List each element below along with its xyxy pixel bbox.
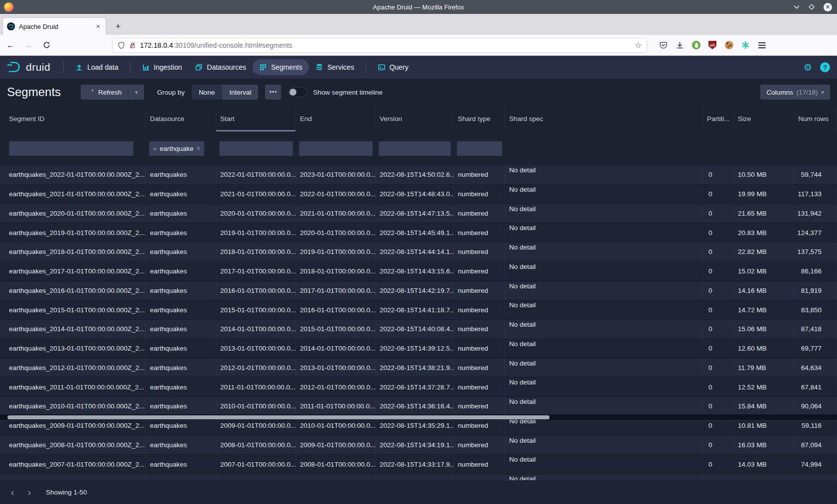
- cell-start[interactable]: 2008-01-01T00:00:00.0...: [216, 436, 296, 455]
- cell-datasource[interactable]: earthquakes: [146, 204, 216, 223]
- filter-input-datasource[interactable]: =earthquake×: [149, 141, 204, 156]
- cell-num-rows[interactable]: 117,133: [794, 185, 837, 204]
- cell-start[interactable]: 2016-01-01T00:00:00.0...: [216, 281, 296, 300]
- cell-shard-spec[interactable]: No detail: [505, 378, 703, 396]
- cell-partition[interactable]: 0: [703, 436, 734, 455]
- menu-hamburger-icon[interactable]: [757, 41, 766, 50]
- cell-shard-type[interactable]: numbered: [454, 243, 505, 261]
- prev-page-button[interactable]: ‹: [5, 485, 20, 500]
- cell-partition[interactable]: 0: [703, 378, 734, 396]
- cell-segment-id[interactable]: earthquakes_2018-01-01T00:00:00.000Z_2..…: [0, 243, 146, 261]
- group-by-none-button[interactable]: None: [192, 85, 222, 100]
- cell-start[interactable]: 2007-01-01T00:00:00.0...: [216, 455, 296, 474]
- cell-shard-spec[interactable]: No detail: [505, 339, 703, 358]
- cell-datasource[interactable]: earthquakes: [146, 281, 216, 300]
- cell-size[interactable]: 10.50 MB: [734, 165, 794, 184]
- cell-datasource[interactable]: earthquakes: [146, 300, 216, 319]
- cell-start[interactable]: 2012-01-01T00:00:00.0...: [216, 359, 296, 378]
- cell-shard-type[interactable]: numbered: [454, 223, 505, 242]
- nav-item-datasources[interactable]: Datasources: [188, 59, 253, 75]
- consent-manager-icon[interactable]: [741, 41, 750, 50]
- bookmark-star-icon[interactable]: ☆: [635, 40, 642, 50]
- cell-size[interactable]: 15.06 MB: [734, 320, 794, 339]
- cell-version[interactable]: 2022-08-15T14:40:08.4...: [376, 320, 454, 339]
- refresh-dropdown-button[interactable]: ▾: [128, 85, 144, 100]
- cell-segment-id[interactable]: earthquakes_2011-01-01T00:00:00.000Z_2..…: [0, 378, 146, 396]
- cell-partition[interactable]: 0: [703, 320, 734, 339]
- tracking-shield-icon[interactable]: [118, 41, 125, 49]
- cell-end[interactable]: 2011-01-01T00:00:00.0...: [296, 397, 376, 416]
- cell-num-rows[interactable]: 137,575: [794, 243, 837, 261]
- new-tab-button[interactable]: +: [111, 19, 126, 34]
- cell-partition[interactable]: 0: [703, 243, 734, 261]
- cell-partition[interactable]: 0: [703, 397, 734, 416]
- cell-end[interactable]: 2017-01-01T00:00:00.0...: [296, 281, 376, 300]
- cell-end[interactable]: 2014-01-01T00:00:00.0...: [296, 339, 376, 358]
- cell-end[interactable]: 2008-01-01T00:00:00.0...: [296, 455, 376, 474]
- cell-start[interactable]: 2014-01-01T00:00:00.0...: [216, 320, 296, 339]
- nav-item-services[interactable]: Services: [309, 59, 361, 75]
- cell-partition[interactable]: 0: [703, 339, 734, 358]
- cell-num-rows[interactable]: 74,994: [794, 455, 837, 474]
- cell-version[interactable]: 2022-08-15T14:41:18.7...: [376, 300, 454, 319]
- settings-gear-icon[interactable]: ⚙: [804, 62, 812, 73]
- privacy-badger-icon[interactable]: [692, 41, 700, 50]
- more-options-button[interactable]: •••: [265, 85, 281, 100]
- cell-end[interactable]: 2022-01-01T00:00:00.0...: [296, 185, 376, 204]
- cell-start[interactable]: 2020-01-01T00:00:00.0...: [216, 204, 296, 223]
- cell-datasource[interactable]: earthquakes: [146, 243, 216, 261]
- refresh-button[interactable]: Refresh: [81, 85, 128, 100]
- column-header-shard-type[interactable]: Shard type: [454, 106, 505, 131]
- cell-start[interactable]: 2018-01-01T00:00:00.0...: [216, 243, 296, 261]
- cell-version[interactable]: 2022-08-15T14:39:12.5...: [376, 339, 454, 358]
- nav-item-load-data[interactable]: Load data: [69, 59, 125, 75]
- cell-shard-spec[interactable]: No detail: [505, 223, 703, 242]
- cell-size[interactable]: 15.02 MB: [734, 262, 794, 281]
- cell-shard-spec[interactable]: No detail: [505, 455, 703, 474]
- back-icon[interactable]: ←: [3, 38, 18, 53]
- filter-input-shard-type[interactable]: [457, 141, 502, 156]
- cell-num-rows[interactable]: 59,744: [794, 165, 837, 184]
- cell-segment-id[interactable]: earthquakes_2007-01-01T00:00:00.000Z_2..…: [0, 455, 146, 474]
- cell-start[interactable]: 2017-01-01T00:00:00.0...: [216, 262, 296, 281]
- cell-num-rows[interactable]: 67,841: [794, 378, 837, 396]
- cell-size[interactable]: 22.82 MB: [734, 243, 794, 261]
- cell-version[interactable]: 2022-08-15T14:47:13.5...: [376, 204, 454, 223]
- cell-shard-spec[interactable]: No detail: [505, 359, 703, 378]
- cell-end[interactable]: 2012-01-01T00:00:00.0...: [296, 378, 376, 396]
- cell-start[interactable]: 2019-01-01T00:00:00.0...: [216, 223, 296, 242]
- cell-partition[interactable]: 0: [703, 455, 734, 474]
- cookie-extension-icon[interactable]: [724, 41, 733, 50]
- cell-datasource[interactable]: earthquakes: [146, 185, 216, 204]
- cell-shard-spec[interactable]: No detail: [505, 281, 703, 300]
- cell-num-rows[interactable]: 124,377: [794, 223, 837, 242]
- tab-close-icon[interactable]: ×: [95, 22, 102, 30]
- cell-size[interactable]: 14.16 MB: [734, 281, 794, 300]
- cell-shard-type[interactable]: numbered: [454, 397, 505, 416]
- cell-start[interactable]: 2021-01-01T00:00:00.0...: [216, 185, 296, 204]
- nav-item-segments[interactable]: Segments: [253, 59, 309, 75]
- cell-version[interactable]: 2022-08-15T14:37:28.7...: [376, 378, 454, 396]
- cell-num-rows[interactable]: 83,850: [794, 300, 837, 319]
- cell-datasource[interactable]: earthquakes: [146, 262, 216, 281]
- cell-datasource[interactable]: earthquakes: [146, 320, 216, 339]
- cell-shard-type[interactable]: numbered: [454, 165, 505, 184]
- filter-input-version[interactable]: [379, 141, 451, 156]
- forward-icon[interactable]: →: [21, 38, 36, 53]
- cell-end[interactable]: 2009-01-01T00:00:00.0...: [296, 436, 376, 455]
- cell-segment-id[interactable]: earthquakes_2019-01-01T00:00:00.000Z_2..…: [0, 223, 146, 242]
- cell-partition[interactable]: 0: [703, 359, 734, 378]
- minimize-icon[interactable]: [794, 5, 800, 9]
- cell-end[interactable]: 2023-01-01T00:00:00.0...: [296, 165, 376, 184]
- cell-num-rows[interactable]: 87,418: [794, 320, 837, 339]
- cell-shard-type[interactable]: numbered: [454, 320, 505, 339]
- url-text[interactable]: 172.18.0.4:30109/unified-console.html#se…: [140, 41, 631, 49]
- cell-datasource[interactable]: earthquakes: [146, 165, 216, 184]
- cell-partition[interactable]: 0: [703, 223, 734, 242]
- cell-shard-spec[interactable]: No detail: [505, 436, 703, 455]
- cell-size[interactable]: 12.52 MB: [734, 378, 794, 396]
- cell-shard-spec[interactable]: No detail: [505, 262, 703, 281]
- cell-segment-id[interactable]: earthquakes_2021-01-01T00:00:00.000Z_2..…: [0, 185, 146, 204]
- cell-num-rows[interactable]: 90,064: [794, 397, 837, 416]
- cell-partition[interactable]: 0: [703, 165, 734, 184]
